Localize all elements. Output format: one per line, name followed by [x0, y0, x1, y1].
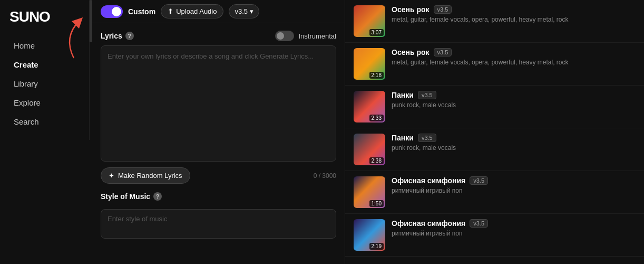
song-info: Офисная симфония v3.5 ритмичный игривый … [392, 176, 636, 194]
song-title-row: Осень рок v3.5 [392, 48, 636, 56]
song-title: Осень рок [392, 5, 430, 14]
lyrics-footer: ✦ Make Random Lyrics 0 / 3000 [101, 167, 336, 184]
song-info: Панки v3.5 punk rock, male vocals [392, 91, 636, 109]
song-title: Офисная симфония [392, 176, 465, 185]
song-info: Осень рок v3.5 metal, guitar, female voc… [392, 5, 636, 23]
style-title: Style of Music ? [101, 192, 162, 201]
lyrics-title: Lyrics ? [101, 32, 134, 40]
toolbar: Custom ⬆ Upload Audio v3.5 ▾ [92, 0, 345, 23]
song-tags: punk rock, male vocals [392, 144, 636, 152]
song-info: Осень рок v3.5 metal, guitar, female voc… [392, 48, 636, 66]
song-title-row: Осень рок v3.5 [392, 5, 636, 14]
song-thumbnail: 2:38 [354, 134, 385, 165]
create-panel: Custom ⬆ Upload Audio v3.5 ▾ Lyrics ? In… [92, 0, 345, 264]
custom-toggle[interactable] [101, 5, 123, 18]
song-list-item[interactable]: 2:38 Панки v3.5 punk rock, male vocals [345, 128, 644, 171]
song-version-badge: v3.5 [470, 176, 488, 185]
make-random-lyrics-button[interactable]: ✦ Make Random Lyrics [101, 167, 190, 184]
song-title-row: Панки v3.5 [392, 134, 636, 142]
upload-icon: ⬆ [168, 7, 173, 15]
song-list-panel: 3:07 Осень рок v3.5 metal, guitar, femal… [345, 0, 644, 264]
song-list-item[interactable]: 3:07 Осень рок v3.5 metal, guitar, femal… [345, 0, 644, 43]
song-duration: 3:07 [369, 29, 384, 36]
song-tags: metal, guitar, female vocals, opera, pow… [392, 16, 636, 23]
song-list-item[interactable]: 2:33 Панки v3.5 punk rock, male vocals [345, 86, 644, 128]
create-scroll-area: Lyrics ? Instrumental ✦ Make Random Lyri… [92, 23, 345, 264]
song-version-badge: v3.5 [434, 48, 452, 56]
sidebar: SUNO HomeCreateLibraryExploreSearch [0, 0, 90, 140]
song-version-badge: v3.5 [470, 219, 488, 228]
version-selector[interactable]: v3.5 ▾ [229, 4, 259, 18]
lyrics-textarea[interactable] [101, 45, 336, 162]
song-version-badge: v3.5 [418, 91, 436, 99]
song-list-item[interactable]: 2:19 Офисная симфония v3.5 ритмичный игр… [345, 214, 644, 257]
song-duration: 1:50 [369, 200, 384, 207]
song-duration: 2:33 [369, 115, 384, 121]
song-thumbnail: 3:07 [354, 5, 385, 37]
sparkle-icon: ✦ [109, 172, 114, 180]
song-title-row: Панки v3.5 [392, 91, 636, 99]
instrumental-toggle-row: Instrumental [275, 31, 336, 41]
song-version-badge: v3.5 [418, 134, 436, 142]
song-version-badge: v3.5 [434, 5, 452, 14]
lyrics-section-header: Lyrics ? Instrumental [101, 31, 336, 41]
style-section-header: Style of Music ? [101, 192, 336, 201]
char-count: 0 / 3000 [314, 172, 336, 180]
chevron-down-icon: ▾ [250, 7, 253, 15]
lyrics-help-icon[interactable]: ? [125, 32, 134, 40]
song-tags: metal, guitar, female vocals, opera, pow… [392, 59, 636, 66]
sidebar-item-create[interactable]: Create [4, 55, 85, 74]
song-list-item[interactable]: 1:50 Офисная симфония v3.5 ритмичный игр… [345, 171, 644, 214]
sidebar-item-explore[interactable]: Explore [4, 93, 85, 112]
style-of-music-section: Style of Music ? [101, 192, 336, 240]
song-list-item[interactable]: 2:18 Осень рок v3.5 metal, guitar, femal… [345, 43, 644, 86]
sidebar-item-home[interactable]: Home [4, 36, 85, 55]
style-help-icon[interactable]: ? [153, 192, 162, 201]
song-title-row: Офисная симфония v3.5 [392, 219, 636, 228]
sidebar-item-search[interactable]: Search [4, 112, 85, 131]
song-duration: 2:19 [369, 243, 384, 250]
song-thumbnail: 2:33 [354, 91, 385, 122]
song-title-row: Офисная симфония v3.5 [392, 176, 636, 185]
style-of-music-textarea[interactable] [101, 209, 336, 239]
song-thumbnail: 2:18 [354, 48, 385, 80]
sidebar-item-library[interactable]: Library [4, 74, 85, 93]
song-tags: ритмичный игривый поп [392, 230, 636, 237]
song-title: Осень рок [392, 48, 430, 56]
song-duration: 2:38 [369, 157, 384, 164]
logo: SUNO [0, 8, 89, 36]
song-info: Офисная симфония v3.5 ритмичный игривый … [392, 219, 636, 237]
instrumental-label: Instrumental [298, 32, 336, 40]
song-thumbnail: 2:19 [354, 219, 385, 251]
song-info: Панки v3.5 punk rock, male vocals [392, 134, 636, 152]
song-title: Офисная симфония [392, 219, 465, 228]
song-tags: punk rock, male vocals [392, 101, 636, 109]
song-title: Панки [392, 91, 414, 99]
song-title: Панки [392, 134, 414, 142]
instrumental-toggle[interactable] [275, 31, 294, 41]
custom-label: Custom [128, 7, 155, 16]
song-duration: 2:18 [369, 72, 384, 79]
upload-audio-button[interactable]: ⬆ Upload Audio [161, 4, 223, 18]
song-tags: ритмичный игривый поп [392, 187, 636, 194]
song-thumbnail: 1:50 [354, 176, 385, 208]
